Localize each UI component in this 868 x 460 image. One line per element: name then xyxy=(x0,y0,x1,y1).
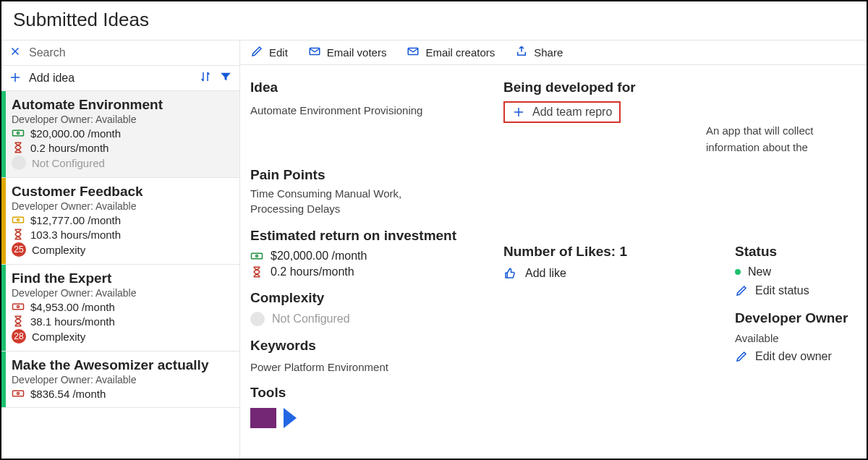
card-cost: $20,000.00 /month xyxy=(30,127,121,140)
card-complexity-line: 25 Complexity xyxy=(12,242,232,257)
pain-points-section: Pain Points Time Consuming Manual Work, … xyxy=(250,167,503,216)
description-section: An app that will collect information abo… xyxy=(706,80,856,156)
keywords-value: Power Platform Environment xyxy=(250,361,503,373)
page-title: Submitted Ideas xyxy=(13,9,855,31)
svg-rect-10 xyxy=(252,253,263,259)
card-complexity-line: 28 Complexity xyxy=(12,329,232,344)
add-idea-button[interactable]: Add idea xyxy=(29,72,192,85)
card-complexity: Not Configured xyxy=(32,157,105,169)
clear-search-icon[interactable] xyxy=(9,45,22,61)
likes-heading: Number of Likes: 1 xyxy=(503,244,706,260)
card-cost: $12,777.00 /month xyxy=(30,214,121,226)
add-team-label: Add team repro xyxy=(532,106,612,119)
card-hours-line: 38.1 hours/month xyxy=(12,315,232,328)
toolbar-label: Email creators xyxy=(425,46,495,59)
dev-owner-value: Available xyxy=(735,332,856,344)
edit-status-label: Edit status xyxy=(755,284,809,297)
hourglass-icon xyxy=(250,265,263,278)
tool-icon-blue xyxy=(284,408,297,428)
money-icon xyxy=(12,387,25,400)
card-complexity-line: Not Configured xyxy=(12,156,232,170)
search-row xyxy=(1,41,239,66)
svg-rect-6 xyxy=(13,391,24,396)
pain-value: Time Consuming Manual Work, Processing D… xyxy=(250,186,431,216)
card-hours-line: 103.3 hours/month xyxy=(12,228,232,241)
email-creators-button[interactable]: Email creators xyxy=(407,45,495,60)
sidebar: Add idea Automate Environment Developer … xyxy=(1,41,240,460)
add-team-button[interactable]: Add team repro xyxy=(503,101,621,123)
toolbar-label: Share xyxy=(534,46,563,59)
pencil-icon xyxy=(735,284,748,297)
card-cost-line: $836.54 /month xyxy=(12,387,232,400)
filter-icon[interactable] xyxy=(219,70,232,86)
complexity-badge: 28 xyxy=(12,329,26,344)
idea-card[interactable]: Make the Awesomizer actually Developer O… xyxy=(1,352,239,408)
hourglass-icon xyxy=(12,228,25,241)
idea-card[interactable]: Automate Environment Developer Owner: Av… xyxy=(1,91,239,178)
page-header: Submitted Ideas xyxy=(1,1,867,41)
roi-heading: Estimated return on investment xyxy=(250,228,503,244)
tools-heading: Tools xyxy=(250,385,503,401)
toolbar-label: Edit xyxy=(269,46,288,59)
card-accent xyxy=(1,178,6,264)
status-dot-icon xyxy=(735,269,741,275)
sort-icon[interactable] xyxy=(199,70,212,86)
developed-for-section: Being developed for Add team repro xyxy=(503,80,706,156)
pencil-icon xyxy=(250,45,263,60)
complexity-badge xyxy=(12,156,26,170)
detail-panel: Idea Automate Environment Provisioning B… xyxy=(240,65,867,443)
money-icon xyxy=(12,213,25,226)
tools-row xyxy=(250,408,503,428)
roi-hours-line: 0.2 hours/month xyxy=(250,265,503,278)
svg-point-3 xyxy=(17,219,20,221)
sidebar-actions xyxy=(199,70,232,86)
likes-section: Number of Likes: 1 Add like xyxy=(503,228,706,428)
card-accent xyxy=(1,352,6,407)
card-cost: $4,953.00 /month xyxy=(30,301,115,313)
edit-dev-owner-label: Edit dev owner xyxy=(755,350,832,363)
card-cost-line: $12,777.00 /month xyxy=(12,213,232,226)
idea-card[interactable]: Customer Feedback Developer Owner: Avail… xyxy=(1,178,239,265)
money-icon xyxy=(250,250,263,263)
money-icon xyxy=(12,127,25,140)
toolbar-label: Email voters xyxy=(327,46,387,59)
dev-owner-heading: Developer Owner xyxy=(735,310,856,326)
roi-section: Estimated return on investment $20,000.0… xyxy=(250,228,503,428)
card-hours: 0.2 hours/month xyxy=(30,142,109,154)
card-cost-line: $4,953.00 /month xyxy=(12,300,232,313)
svg-point-1 xyxy=(17,132,20,135)
status-value: New xyxy=(748,265,771,278)
mail-icon xyxy=(407,45,420,60)
card-hours: 38.1 hours/month xyxy=(30,315,115,328)
idea-value: Automate Environment Provisioning xyxy=(250,104,503,116)
hourglass-icon xyxy=(12,315,25,328)
card-hours-line: 0.2 hours/month xyxy=(12,141,232,154)
roi-cost: $20,000.00 /month xyxy=(271,250,367,263)
layout: Add idea Automate Environment Developer … xyxy=(1,41,867,460)
svg-point-11 xyxy=(256,255,258,257)
card-owner: Developer Owner: Available xyxy=(12,114,232,125)
add-like-button[interactable]: Add like xyxy=(503,267,706,280)
pencil-icon xyxy=(735,350,748,363)
add-idea-row: Add idea xyxy=(1,66,239,91)
idea-section: Idea Automate Environment Provisioning xyxy=(250,80,503,156)
search-input[interactable] xyxy=(29,46,232,59)
plus-icon xyxy=(512,106,525,119)
plus-icon[interactable] xyxy=(9,71,22,86)
card-owner: Developer Owner: Available xyxy=(12,287,232,299)
email-voters-button[interactable]: Email voters xyxy=(308,45,387,60)
card-title: Make the Awesomizer actually xyxy=(12,357,232,373)
card-title: Customer Feedback xyxy=(12,184,232,200)
edit-button[interactable]: Edit xyxy=(250,45,288,60)
edit-status-button[interactable]: Edit status xyxy=(735,284,856,297)
card-owner: Developer Owner: Available xyxy=(12,200,232,212)
complexity-line: Not Configured xyxy=(250,312,503,326)
idea-card[interactable]: Find the Expert Developer Owner: Availab… xyxy=(1,265,239,352)
roi-cost-line: $20,000.00 /month xyxy=(250,250,503,263)
complexity-badge: 25 xyxy=(12,242,26,257)
share-button[interactable]: Share xyxy=(515,45,563,60)
status-section: Status New Edit status Developer Owner A… xyxy=(706,228,856,428)
edit-dev-owner-button[interactable]: Edit dev owner xyxy=(735,350,856,363)
developed-for-heading: Being developed for xyxy=(503,80,706,95)
keywords-heading: Keywords xyxy=(250,338,503,354)
